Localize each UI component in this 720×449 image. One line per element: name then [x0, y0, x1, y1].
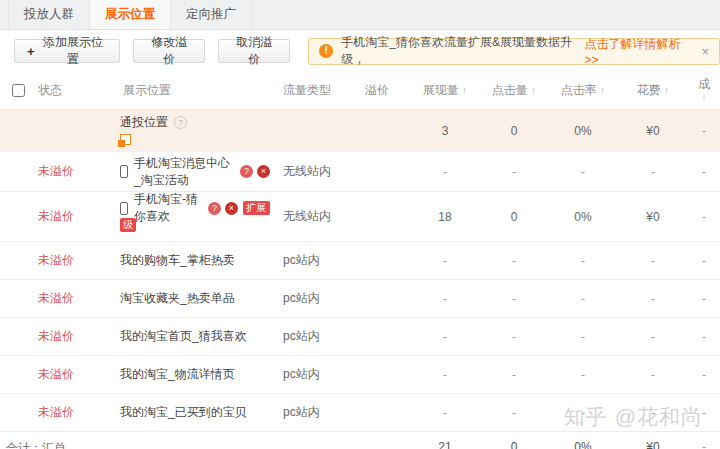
- extra-cell: -: [688, 368, 720, 382]
- position-label: 手机淘宝-猜你喜欢: [134, 191, 204, 225]
- close-badge-icon[interactable]: ×: [225, 202, 238, 215]
- status-label: 未溢价: [36, 366, 110, 383]
- plus-icon: +: [27, 44, 35, 59]
- position-label: 淘宝收藏夹_热卖单品: [110, 290, 270, 307]
- tabbar: 投放人群 展示位置 定向推广: [0, 0, 720, 30]
- phone-icon: [120, 202, 128, 215]
- clicks-cell: -: [480, 368, 548, 382]
- impressions-cell: -: [410, 406, 480, 420]
- ctr-cell: 0%: [548, 124, 618, 138]
- traffic-cell: pc站内: [270, 366, 345, 383]
- col-impressions[interactable]: 展现量↑: [410, 82, 480, 99]
- totals-cost: ¥0: [618, 440, 688, 449]
- layers-icon[interactable]: [120, 134, 131, 145]
- tab-direct-promotion[interactable]: 定向推广: [171, 0, 252, 29]
- totals-row: 合计：汇总 21 0 0% ¥0 -: [0, 432, 720, 449]
- ctr-cell: -: [548, 165, 618, 179]
- totals-extra: -: [688, 440, 720, 449]
- sort-arrow-icon[interactable]: ↑: [701, 91, 707, 104]
- clicks-cell: -: [480, 165, 548, 179]
- notice-banner: ! 手机淘宝_猜你喜欢流量扩展&展现量数据升级， 点击了解详情解析>> ×: [308, 38, 720, 65]
- traffic-cell: 无线站内: [270, 208, 345, 225]
- close-badge-icon[interactable]: ×: [257, 165, 270, 178]
- notice-close-icon[interactable]: ×: [701, 44, 709, 59]
- question-badge-icon[interactable]: ?: [240, 165, 253, 178]
- col-ctr[interactable]: 点击率↑: [548, 82, 618, 99]
- impressions-cell: 18: [410, 210, 480, 224]
- impressions-cell: -: [410, 368, 480, 382]
- table-row-general-placement[interactable]: 通投位置 ? 3 0 0% ¥0 -: [0, 110, 720, 152]
- notice-text: 手机淘宝_猜你喜欢流量扩展&展现量数据升级，: [341, 34, 584, 68]
- watermark: 知乎 @花和尚: [564, 403, 703, 431]
- impressions-cell: 3: [410, 124, 480, 138]
- add-placement-button[interactable]: + 添加展示位置: [14, 39, 120, 63]
- warning-icon: !: [319, 44, 333, 58]
- modify-premium-button[interactable]: 修改溢价: [133, 39, 205, 63]
- position-label: 我的淘宝_已买到的宝贝: [110, 404, 270, 421]
- col-clicks[interactable]: 点击量↑: [480, 82, 548, 99]
- traffic-cell: pc站内: [270, 290, 345, 307]
- upgrade-badge-wrap: 级: [120, 218, 136, 232]
- impressions-cell: -: [410, 292, 480, 306]
- impressions-cell: -: [410, 330, 480, 344]
- sort-arrow-icon[interactable]: ↑: [600, 84, 606, 96]
- status-label: 未溢价: [36, 404, 110, 421]
- tab-placement[interactable]: 展示位置: [90, 0, 171, 29]
- cost-cell: -: [618, 165, 688, 179]
- clicks-cell: -: [480, 330, 548, 344]
- select-all-checkbox[interactable]: [12, 84, 25, 97]
- totals-label: 合计：汇总: [0, 440, 270, 449]
- ctr-cell: -: [548, 292, 618, 306]
- cost-cell: -: [618, 292, 688, 306]
- extra-cell: -: [688, 165, 720, 179]
- sort-arrow-icon[interactable]: ↑: [462, 84, 468, 96]
- cancel-premium-button[interactable]: 取消溢价: [218, 39, 290, 63]
- cost-cell: -: [618, 368, 688, 382]
- extra-cell: -: [688, 330, 720, 344]
- table-row-cart[interactable]: 未溢价 我的购物车_掌柜热卖 pc站内 - - - - -: [0, 242, 720, 280]
- clicks-cell: -: [480, 292, 548, 306]
- placement-manager: 投放人群 展示位置 定向推广 + 添加展示位置 修改溢价 取消溢价 ! 手机淘宝…: [0, 0, 720, 449]
- extra-cell: -: [688, 210, 720, 224]
- cost-cell: -: [618, 330, 688, 344]
- cost-cell: -: [618, 254, 688, 268]
- notice-link[interactable]: 点击了解详情解析>>: [584, 36, 689, 67]
- sort-arrow-icon[interactable]: ↑: [531, 84, 537, 96]
- extra-cell: -: [688, 254, 720, 268]
- impressions-cell: -: [410, 165, 480, 179]
- position-label: 我的淘宝_物流详情页: [110, 366, 270, 383]
- status-label: 未溢价: [36, 328, 110, 345]
- table-row-guess-you-like[interactable]: 未溢价 手机淘宝-猜你喜欢 ? × 扩展升 级 无线站内 18 0 0% ¥0 …: [0, 192, 720, 242]
- status-label: 未溢价: [36, 208, 110, 225]
- col-position: 展示位置: [110, 82, 270, 99]
- question-badge-icon[interactable]: ?: [208, 202, 221, 215]
- status-label: 未溢价: [36, 252, 110, 269]
- table-row-mytaobao-home[interactable]: 未溢价 我的淘宝首页_猜我喜欢 pc站内 - - - - -: [0, 318, 720, 356]
- table-row-favorites[interactable]: 未溢价 淘宝收藏夹_热卖单品 pc站内 - - - - -: [0, 280, 720, 318]
- position-label: 我的淘宝首页_猜我喜欢: [110, 328, 270, 345]
- totals-ctr: 0%: [548, 440, 618, 449]
- clicks-cell: -: [480, 254, 548, 268]
- layers-icon-inner: [118, 140, 125, 147]
- position-label: 我的购物车_掌柜热卖: [110, 252, 270, 269]
- col-traffic: 流量类型: [270, 82, 345, 99]
- cost-cell: ¥0: [618, 210, 688, 224]
- extra-cell: -: [688, 124, 720, 138]
- sort-arrow-icon[interactable]: ↑: [664, 84, 670, 96]
- table-row-logistics[interactable]: 未溢价 我的淘宝_物流详情页 pc站内 - - - - -: [0, 356, 720, 394]
- table-row-msg-center[interactable]: 未溢价 手机淘宝消息中心_淘宝活动 ? × 无线站内 - - - - -: [0, 152, 720, 192]
- position-label: 通投位置: [120, 114, 168, 131]
- col-extra-clipped[interactable]: 成↑: [688, 78, 720, 104]
- traffic-cell: 无线站内: [270, 163, 345, 180]
- help-icon[interactable]: ?: [174, 116, 187, 129]
- totals-impressions: 21: [410, 440, 480, 449]
- ctr-cell: -: [548, 254, 618, 268]
- tab-audience[interactable]: 投放人群: [8, 0, 90, 29]
- col-status: 状态: [36, 82, 110, 99]
- impressions-cell: -: [410, 254, 480, 268]
- traffic-cell: pc站内: [270, 328, 345, 345]
- status-label: 未溢价: [36, 163, 110, 180]
- cost-cell: ¥0: [618, 124, 688, 138]
- col-cost[interactable]: 花费↑: [618, 82, 688, 99]
- totals-clicks: 0: [480, 440, 548, 449]
